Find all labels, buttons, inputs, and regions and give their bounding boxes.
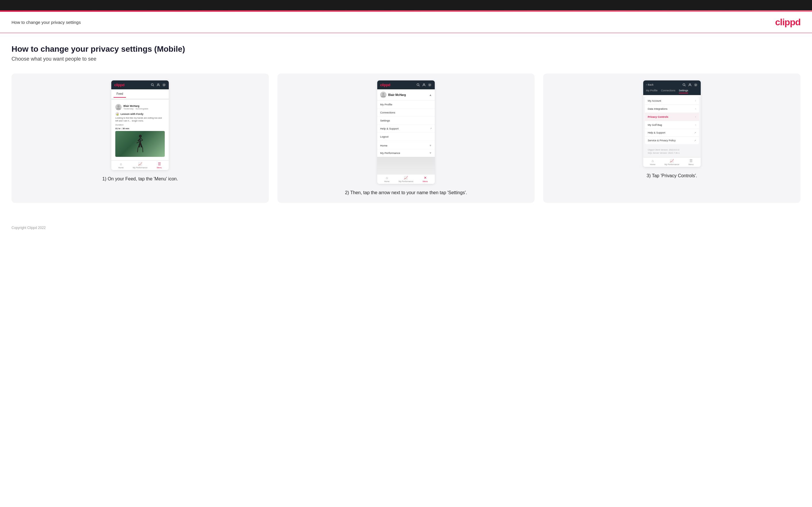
settings-item-account[interactable]: My Account › (645, 97, 699, 105)
phone1-logo: clippd (114, 83, 124, 87)
blurred-background (377, 157, 435, 174)
home-icon2: ⌂ (386, 176, 388, 180)
tab-my-profile[interactable]: My Profile (646, 89, 658, 93)
step-3-card: ‹ Back (543, 73, 801, 203)
settings-privacy-label: Privacy Controls (648, 115, 668, 118)
settings-icon2 (428, 83, 432, 87)
settings-service-label: Service & Privacy Policy (648, 139, 676, 142)
menu-item-logout[interactable]: Logout (377, 133, 435, 141)
menu-item-settings[interactable]: Settings (377, 117, 435, 125)
nav-home3: ⌂ Home (643, 159, 662, 165)
svg-point-5 (117, 105, 119, 107)
settings-icon (162, 83, 166, 87)
close-icon: ✕ (424, 176, 427, 180)
step-2-caption: 2) Then, tap the arrow next to your name… (345, 189, 467, 196)
phone3-content: My Account › Data Integrations › Privacy… (643, 97, 701, 157)
feed-post: Blair McHarg Yesterday · Sunningdale ⛳ L… (113, 102, 167, 159)
tab-connections[interactable]: Connections (661, 89, 675, 93)
section-perf-label: My Performance (380, 151, 400, 155)
nav-menu-label: Menu (157, 167, 162, 169)
step-3-caption: 3) Tap 'Privacy Controls'. (647, 173, 697, 179)
nav-menu-label3: Menu (689, 163, 694, 165)
nav-perf-label3: My Performance (664, 163, 679, 165)
back-button[interactable]: ‹ Back (646, 83, 654, 86)
nav-home-label2: Home (384, 180, 390, 182)
menu-item-profile[interactable]: My Profile (377, 101, 435, 109)
nav-performance: 📈 My Performance (131, 162, 150, 169)
nav-menu-label2: Menu (423, 180, 428, 182)
step-2-card: clippd (277, 73, 535, 203)
chevron-right-icon: › (695, 99, 696, 102)
svg-point-17 (683, 83, 685, 86)
svg-line-12 (419, 86, 420, 87)
nav-perf-label2: My Performance (399, 180, 413, 182)
settings-item-privacy[interactable]: Privacy Controls › (645, 113, 699, 121)
ext-link-icon2: ↗ (694, 139, 696, 142)
chevron-down-icon2: ▼ (429, 151, 432, 155)
svg-line-9 (138, 147, 138, 152)
header: How to change your privacy settings clip… (0, 12, 812, 33)
svg-point-16 (382, 93, 384, 95)
phone3-bottom-nav: ⌂ Home 📈 My Performance ☰ Menu (643, 157, 701, 167)
lesson-icon: ⛳ (115, 112, 119, 116)
search-icon (150, 83, 154, 87)
search-icon3 (682, 83, 687, 87)
menu-icon3: ☰ (690, 159, 693, 163)
chevron-down-icon: ▼ (429, 144, 432, 147)
menu-section-home[interactable]: Home ▼ (377, 142, 435, 149)
settings-list: My Account › Data Integrations › Privacy… (645, 97, 699, 144)
svg-point-2 (158, 83, 159, 85)
profile-icon3 (688, 83, 692, 87)
settings-item-service[interactable]: Service & Privacy Policy ↗ (645, 137, 699, 144)
svg-point-20 (695, 84, 697, 85)
section-home-label: Home (380, 144, 387, 147)
menu-avatar (380, 92, 387, 98)
step-3-screenshot: ‹ Back (643, 80, 701, 167)
version-server: GQL Server Version: 2022.7.30-1 (648, 151, 696, 155)
phone2-icons (416, 83, 432, 87)
svg-point-15 (428, 83, 431, 86)
phone3-topbar: ‹ Back (643, 80, 701, 89)
settings-icon3 (694, 83, 698, 87)
svg-point-0 (151, 83, 153, 86)
back-arrow-icon: ‹ (646, 83, 647, 86)
nav-home2: ⌂ Home (377, 176, 397, 182)
nav-performance3: 📈 My Performance (662, 159, 681, 165)
menu-list: My Profile Connections Settings Help & S… (377, 101, 435, 141)
nav-home-label: Home (118, 167, 123, 169)
settings-bag-label: My Golf Bag (648, 123, 662, 126)
menu-user-row: Blair McHarg ▲ (377, 89, 435, 101)
lesson-desc: Looking to feel like my hands are exitin… (115, 117, 165, 122)
settings-item-data[interactable]: Data Integrations › (645, 105, 699, 113)
svg-line-10 (143, 147, 143, 152)
avatar (115, 104, 121, 110)
nav-performance2: 📈 My Performance (397, 176, 416, 182)
settings-item-bag[interactable]: My Golf Bag › (645, 121, 699, 129)
menu-section: Home ▼ My Performance ▼ (377, 142, 435, 157)
settings-item-help[interactable]: Help & Support ↗ (645, 129, 699, 137)
steps-grid: clippd Feed (11, 73, 801, 203)
svg-point-4 (163, 83, 165, 86)
svg-line-1 (153, 86, 154, 87)
menu-item-help[interactable]: Help & Support ↗ (377, 125, 435, 133)
chevron-right-icon4: › (695, 123, 696, 126)
feed-tab: Feed (113, 91, 126, 98)
menu-settings-label: Settings (380, 119, 390, 122)
arrow-up-icon: ▲ (429, 93, 432, 97)
header-breadcrumb: How to change your privacy settings (11, 20, 81, 25)
step-1-card: clippd Feed (11, 73, 269, 203)
svg-point-8 (139, 135, 142, 137)
phone2-bottom-nav: ⌂ Home 📈 My Performance ✕ Menu (377, 174, 435, 184)
nav-home-label3: Home (650, 163, 656, 165)
menu-help-label: Help & Support (380, 127, 399, 130)
golfer-silhouette (135, 134, 145, 153)
phone1-icons (150, 83, 166, 87)
search-icon2 (416, 83, 420, 87)
page-subtitle: Choose what you want people to see (11, 56, 801, 62)
menu-section-perf[interactable]: My Performance ▼ (377, 149, 435, 157)
nav-home: ⌂ Home (111, 162, 131, 169)
feed-user-info: Blair McHarg Yesterday · Sunningdale (123, 105, 148, 110)
menu-item-connections[interactable]: Connections (377, 109, 435, 117)
phone1-bottom-nav: ⌂ Home 📈 My Performance ☰ Menu (111, 160, 169, 170)
tab-settings[interactable]: Settings (679, 89, 689, 93)
